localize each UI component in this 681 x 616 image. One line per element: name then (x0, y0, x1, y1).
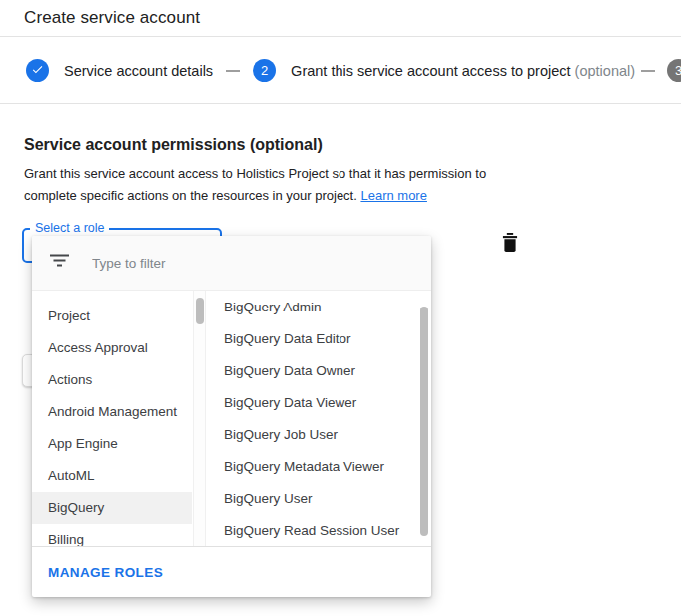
category-item[interactable]: Project (32, 301, 192, 332)
category-item[interactable]: AutoML (32, 460, 192, 492)
role-item-label: BigQuery Admin (224, 300, 322, 314)
step-2-label-text: Grant this service account access to pro… (291, 63, 570, 79)
filter-list-icon (50, 254, 69, 272)
step-3-number: 3 (675, 63, 681, 78)
delete-role-button[interactable] (502, 233, 522, 253)
category-item[interactable]: Access Approval (32, 332, 192, 364)
category-item[interactable]: Android Management (32, 396, 192, 428)
check-icon (31, 63, 44, 79)
manage-roles-button[interactable]: MANAGE ROLES (48, 565, 163, 580)
role-item[interactable]: BigQuery Job User (205, 419, 431, 451)
role-item[interactable]: BigQuery Metadata Viewer (205, 451, 431, 483)
category-scrollbar-thumb[interactable] (196, 298, 204, 324)
role-scrollbar-thumb[interactable] (420, 307, 428, 536)
category-list: Project Access Approval Actions Android … (32, 291, 205, 546)
role-item-label: BigQuery Data Editor (224, 331, 351, 346)
category-item[interactable]: App Engine (32, 428, 192, 460)
step-2-number: 2 (261, 63, 268, 78)
create-service-account-page: Create service account Service account d… (0, 0, 681, 616)
trash-icon (502, 238, 518, 255)
category-item-label: BigQuery (48, 500, 104, 515)
role-item-label: BigQuery Job User (224, 427, 338, 442)
category-item-label: Billing (48, 532, 84, 547)
category-item-label: App Engine (48, 436, 118, 451)
stepper: Service account details 2 Grant this ser… (0, 38, 681, 104)
role-item-label: BigQuery Metadata Viewer (224, 459, 384, 474)
category-item[interactable]: Billing (32, 524, 192, 547)
section-description: Grant this service account access to Hol… (24, 163, 528, 207)
step-3-indicator[interactable]: 3 (667, 59, 681, 82)
category-item-label: Android Management (48, 404, 177, 419)
role-item[interactable]: BigQuery Data Editor (205, 323, 431, 355)
category-item-label: Access Approval (48, 340, 148, 355)
step-1-label[interactable]: Service account details (64, 63, 213, 79)
page-title: Create service account (24, 8, 200, 28)
role-picker-lists: Project Access Approval Actions Android … (32, 291, 431, 547)
step-2-label[interactable]: Grant this service account access to pro… (291, 63, 635, 79)
role-list: BigQuery Admin BigQuery Data Editor BigQ… (205, 291, 431, 546)
role-item[interactable]: BigQuery Data Viewer (205, 387, 431, 419)
role-item-label: BigQuery Read Session User (224, 523, 399, 538)
titlebar: Create service account (0, 0, 681, 37)
role-item[interactable]: BigQuery Data Owner (205, 355, 431, 387)
role-picker-menu: Project Access Approval Actions Android … (32, 236, 431, 597)
section-heading: Service account permissions (optional) (24, 136, 323, 154)
menu-footer: MANAGE ROLES (32, 547, 431, 597)
category-scrollbar-track[interactable] (193, 291, 205, 546)
category-item-label: Actions (48, 372, 92, 387)
role-item[interactable]: BigQuery User (205, 483, 431, 515)
category-item[interactable]: Actions (32, 364, 192, 396)
stepper-connector (641, 70, 655, 72)
category-item-label: Project (48, 308, 90, 323)
stepper-connector (226, 70, 240, 72)
role-item-label: BigQuery Data Owner (224, 363, 355, 378)
role-item[interactable]: BigQuery Read Session User (205, 515, 431, 547)
role-item[interactable]: BigQuery Admin (205, 292, 431, 323)
step-2-indicator[interactable]: 2 (253, 59, 276, 82)
role-filter-row (32, 236, 431, 291)
category-item[interactable]: BigQuery (32, 492, 192, 524)
step-2-optional-text: (optional) (575, 63, 635, 79)
category-item-label: AutoML (48, 468, 95, 483)
learn-more-link[interactable]: Learn more (360, 188, 426, 203)
step-1-indicator[interactable] (26, 59, 49, 82)
role-select-label: Select a role (30, 221, 109, 235)
role-filter-input[interactable] (92, 256, 401, 271)
role-item-label: BigQuery User (224, 491, 313, 506)
role-item-label: BigQuery Data Viewer (224, 395, 356, 410)
